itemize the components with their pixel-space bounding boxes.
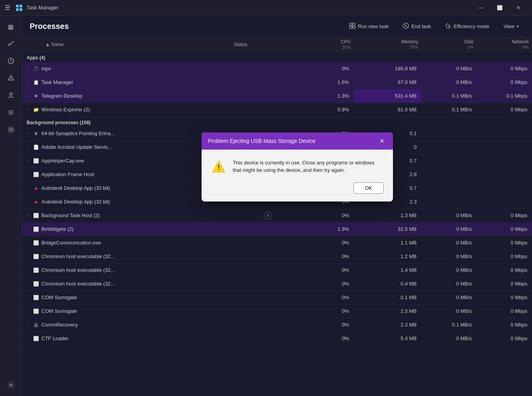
expand-arrow[interactable]: › xyxy=(25,227,30,232)
svg-rect-2 xyxy=(16,8,19,11)
memory-value: 0.4 MB xyxy=(354,277,421,291)
cpu-value: 0% xyxy=(305,250,354,263)
cpu-usage: 25% xyxy=(342,45,351,50)
table-row[interactable]: ⬜ Chromium host executable (32... 0% 1.2… xyxy=(22,250,532,263)
maximize-button[interactable]: ⬜ xyxy=(491,2,509,14)
table-row[interactable]: › ⬜ Background Task Host (2) ⏸ 0% 1.3 MB… xyxy=(22,209,532,222)
table-row[interactable]: › ⬜ BeWidgets (2) 1.9% 32.5 MB 0 MB/s 0 … xyxy=(22,222,532,236)
table-row[interactable]: › 🖨 CommRecovery 0% 2.3 MB 0.1 MB/s 0 Mb… xyxy=(22,318,532,332)
hamburger-menu-icon[interactable]: ☰ xyxy=(5,4,10,11)
title-bar: ☰ Task Manager — ⬜ ✕ xyxy=(0,0,532,16)
expand-arrow[interactable]: › xyxy=(25,66,30,71)
table-row[interactable]: ⬜ COM Surrogate 0% 0.1 MB 0 MB/s 0 Mbps xyxy=(22,291,532,304)
table-row[interactable]: ⬜ Chromium host executable (32... 0% 0.4… xyxy=(22,277,532,291)
expand-arrow[interactable]: › xyxy=(25,213,30,218)
status-cell xyxy=(231,332,305,345)
svg-point-13 xyxy=(8,127,14,132)
sidebar-item-details[interactable] xyxy=(3,105,19,120)
process-table-container[interactable]: ▲ Name Status CPU 25% Memory 70% xyxy=(22,37,532,396)
svg-point-8 xyxy=(10,93,12,95)
process-name: BeWidgets (2) xyxy=(41,226,73,232)
expand-arrow[interactable]: › xyxy=(25,93,30,99)
sidebar-item-processes[interactable]: ▦ xyxy=(3,19,19,34)
col-memory[interactable]: Memory 70% xyxy=(354,37,421,52)
expand-arrow[interactable]: › xyxy=(25,131,30,136)
network-value xyxy=(477,181,532,195)
dialog-close-button[interactable]: ✕ xyxy=(377,136,387,146)
expand-arrow[interactable]: › xyxy=(25,158,30,164)
disk-value xyxy=(421,154,477,168)
status-cell xyxy=(231,291,305,304)
col-network-label: Network xyxy=(512,39,529,45)
settings-button[interactable] xyxy=(3,377,19,393)
status-cell xyxy=(231,263,305,277)
status-cell xyxy=(231,222,305,236)
run-new-task-label: Run new task xyxy=(358,23,389,29)
network-value: 0 Mbps xyxy=(477,62,532,76)
sidebar-item-users[interactable] xyxy=(3,87,19,103)
col-status-label: Status xyxy=(234,42,247,47)
sidebar-item-startup[interactable] xyxy=(3,70,19,86)
network-value xyxy=(477,127,532,141)
disk-usage: 1% xyxy=(467,45,473,50)
close-button[interactable]: ✕ xyxy=(509,2,527,14)
network-value: 0 Mbps xyxy=(477,304,532,318)
col-name[interactable]: ▲ Name xyxy=(22,37,231,52)
process-icon: ⬜ xyxy=(33,226,39,232)
window-controls: — ⬜ ✕ xyxy=(472,2,527,14)
cpu-value: 0% xyxy=(305,318,354,332)
status-cell xyxy=(231,318,305,332)
table-row[interactable]: ⬜ Chromium host executable (32... 0% 1.4… xyxy=(22,263,532,277)
col-disk[interactable]: Disk 1% xyxy=(421,37,477,52)
expand-arrow[interactable]: › xyxy=(25,144,30,150)
memory-value: 2.5 MB xyxy=(354,304,421,318)
dialog-body: ! This device is currently in use. Close… xyxy=(202,150,393,182)
dialog-titlebar: Problem Ejecting USB Mass Storage Device… xyxy=(202,132,393,150)
sidebar-item-services[interactable] xyxy=(3,122,19,137)
expand-arrow[interactable]: › xyxy=(25,322,30,328)
status-cell xyxy=(231,103,305,116)
network-value: 0 Mbps xyxy=(477,332,532,345)
status-cell xyxy=(231,304,305,318)
cpu-value: 0% xyxy=(305,304,354,318)
col-cpu[interactable]: CPU 25% xyxy=(305,37,354,52)
col-network[interactable]: Network 0% xyxy=(477,37,532,52)
network-value xyxy=(477,195,532,209)
memory-value: 531.4 MB xyxy=(354,89,421,103)
col-disk-label: Disk xyxy=(464,39,473,45)
cpu-value: 0% xyxy=(305,209,354,222)
sidebar-item-performance[interactable] xyxy=(3,36,19,52)
process-name: 64-bit Synaptics Pointing Enha... xyxy=(41,130,115,136)
view-button[interactable]: View ▾ xyxy=(498,21,524,32)
run-new-task-button[interactable]: Run new task xyxy=(344,20,394,32)
table-row[interactable]: › 📁 Windows Explorer (2) 0.9% 81.6 MB 0.… xyxy=(22,103,532,116)
network-value xyxy=(477,168,532,181)
window-title: Task Manager xyxy=(27,5,468,11)
dialog[interactable]: Problem Ejecting USB Mass Storage Device… xyxy=(202,132,393,202)
table-row[interactable]: › 🎵 mpv 0% 186.8 MB 0 MB/s 0 Mbps xyxy=(22,62,532,76)
minimize-button[interactable]: — xyxy=(472,2,490,14)
process-icon: 🖱 xyxy=(33,130,39,137)
table-row[interactable]: › 📋 Task Manager 1.6% 67.0 MB 0 MB/s 0 M… xyxy=(22,75,532,89)
table-row[interactable]: ⬜ CTF Loader 0% 5.4 MB 0 MB/s 0 Mbps xyxy=(22,332,532,345)
end-task-label: End task xyxy=(411,23,431,29)
dialog-ok-button[interactable]: OK xyxy=(353,182,384,194)
col-status[interactable]: Status xyxy=(231,37,305,52)
svg-point-7 xyxy=(11,79,11,80)
pause-badge: ⏸ xyxy=(264,212,271,219)
cpu-value: 1.6% xyxy=(305,75,354,89)
efficiency-mode-button[interactable]: Efficiency mode xyxy=(440,20,495,32)
disk-value: 0 MB/s xyxy=(421,250,477,263)
expand-arrow[interactable]: › xyxy=(25,80,30,85)
table-row[interactable]: ⬜ COM Surrogate 0% 2.5 MB 0 MB/s 0 Mbps xyxy=(22,304,532,318)
table-row[interactable]: ⬜ BridgeCommunication.exe 0% 1.1 MB 0 MB… xyxy=(22,236,532,250)
end-task-button[interactable]: End task xyxy=(397,20,437,32)
sidebar-item-history[interactable] xyxy=(3,53,19,69)
expand-arrow[interactable]: › xyxy=(25,107,30,112)
table-row[interactable]: › ✈ Telegram Desktop 1.3% 531.4 MB 0.1 M… xyxy=(22,89,532,103)
status-cell xyxy=(231,62,305,76)
col-name-label: Name xyxy=(51,42,64,47)
disk-value: 0 MB/s xyxy=(421,222,477,236)
process-name: Telegram Desktop xyxy=(41,93,82,99)
process-name: CommRecovery xyxy=(41,322,78,328)
